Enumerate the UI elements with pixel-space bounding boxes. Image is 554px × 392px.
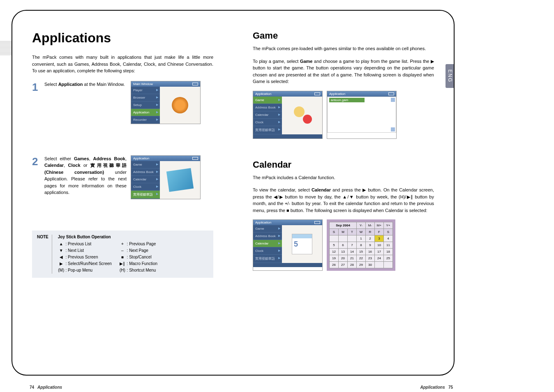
footer-right: Applications 75 bbox=[420, 385, 453, 390]
menu-item: Setup▶ bbox=[131, 101, 160, 109]
note-row: (H) : Shortcut Menu bbox=[119, 267, 157, 274]
footer-left: 74 Applications bbox=[30, 385, 62, 390]
note-column-1: ▲ : Previous List▼ : Next List◀ : Previo… bbox=[58, 241, 112, 274]
menu-item: Address Book▶ bbox=[253, 233, 282, 240]
step-2-screenshot: Application Game▶Address Book▶Calendar▶C… bbox=[131, 155, 201, 199]
note-row: (M) : Pop-up Menu bbox=[58, 267, 112, 274]
note-row: ▶∥ : Macro Function bbox=[119, 261, 157, 267]
step-number: 2 bbox=[32, 155, 40, 168]
note-row: ▶ : Select/Run/Next Screen bbox=[58, 261, 112, 267]
battery-icon bbox=[192, 157, 198, 160]
game-heading: Game bbox=[253, 30, 434, 41]
battery-icon bbox=[314, 92, 320, 95]
menu-item: Calendar▶ bbox=[253, 240, 282, 247]
note-row: + : Previous Page bbox=[119, 241, 157, 247]
note-row: ◀ : Previous Screen bbox=[58, 254, 112, 261]
right-page: Game The mPack comes pre-loaded with gam… bbox=[233, 11, 454, 375]
battery-icon bbox=[192, 83, 198, 85]
game-screenshot-row: Application Game▶Address Book▶Calendar▶C… bbox=[253, 91, 434, 139]
menu-item: Calendar▶ bbox=[253, 111, 282, 119]
calendar-grid-panel: Sep 2004Y-M-M+Y+SMTWRFS12345678910111213… bbox=[327, 219, 395, 271]
note-row: – : Next Page bbox=[119, 247, 157, 254]
battery-icon bbox=[314, 221, 320, 224]
note-row: ▲ : Previous List bbox=[58, 241, 112, 247]
step-number: 1 bbox=[32, 81, 40, 94]
main-window-mock: Main Window Player▶Browser▶Setup▶Applica… bbox=[131, 81, 201, 124]
calendar-heading: Calendar bbox=[253, 159, 434, 170]
game-file-window: Application antoon.gam bbox=[327, 91, 397, 139]
menu-item: Game▶ bbox=[253, 97, 282, 104]
left-page: Applications The mPack comes with many b… bbox=[12, 11, 233, 375]
menu-item: Clock▶ bbox=[253, 119, 282, 126]
menu-item: 實用視聽華語▶ bbox=[131, 191, 160, 199]
menu-item: 實用視聽華語▶ bbox=[253, 255, 282, 263]
application-window-mock: Application Game▶Address Book▶Calendar▶C… bbox=[131, 155, 201, 199]
calendar-app-window: Application Game▶Address Book▶Calendar▶C… bbox=[253, 219, 323, 271]
step-2: 2 Select either Games, Address Book, Cal… bbox=[32, 155, 213, 199]
menu-item: Application▶ bbox=[131, 109, 160, 116]
calendar-paragraph-1: The mPack includes a Calendar function. bbox=[253, 174, 434, 181]
scroll-down-icon bbox=[391, 127, 395, 131]
step-text: Select either Games, Address Book, Calen… bbox=[44, 155, 127, 196]
menu-item: Recorder▶ bbox=[131, 116, 160, 124]
menu-item: Game▶ bbox=[253, 225, 282, 233]
note-box: NOTE Joy Stick Button Operation ▲ : Prev… bbox=[32, 231, 213, 278]
calendar-table: Sep 2004Y-M-M+Y+SMTWRFS12345678910111213… bbox=[329, 222, 393, 268]
menu-item: Game▶ bbox=[131, 161, 160, 168]
menu-item: Clock▶ bbox=[253, 247, 282, 255]
menu-item: Browser▶ bbox=[131, 94, 160, 101]
intro-paragraph: The mPack comes with many built in appli… bbox=[32, 54, 213, 74]
note-row: ▼ : Next List bbox=[58, 247, 112, 254]
language-tab: ENG bbox=[446, 64, 455, 88]
calendar-screenshot-row: Application Game▶Address Book▶Calendar▶C… bbox=[253, 219, 434, 271]
book-icon bbox=[166, 168, 194, 192]
game-app-window: Application Game▶Address Book▶Calendar▶C… bbox=[253, 91, 323, 139]
game-art-icon bbox=[290, 103, 314, 128]
note-row: ■ : Stop/Cancel bbox=[119, 254, 157, 261]
game-file-item: antoon.gam bbox=[329, 98, 365, 102]
step-text: Select Application at the Main Window. bbox=[44, 81, 127, 88]
menu-item: Clock▶ bbox=[131, 183, 160, 191]
step-1: 1 Select Application at the Main Window.… bbox=[32, 81, 213, 124]
game-file-list: antoon.gam bbox=[327, 97, 396, 133]
menu-item: Address Book▶ bbox=[131, 168, 160, 176]
note-column-2: + : Previous Page– : Next Page■ : Stop/C… bbox=[119, 241, 157, 274]
menu-item: Calendar▶ bbox=[131, 176, 160, 183]
menu-item: 實用視聽華語▶ bbox=[253, 126, 282, 134]
battery-icon bbox=[388, 92, 394, 95]
binder-lines bbox=[0, 41, 12, 56]
calendar-icon: 5 bbox=[292, 234, 312, 254]
page-spread: Applications The mPack comes with many b… bbox=[12, 10, 455, 376]
game-paragraph-2: To play a game, select Game and choose a… bbox=[253, 58, 434, 85]
game-paragraph-1: The mPack comes pre-loaded with games si… bbox=[253, 45, 434, 52]
step-1-screenshot: Main Window Player▶Browser▶Setup▶Applica… bbox=[131, 81, 201, 124]
note-label: NOTE bbox=[37, 235, 52, 274]
menu-item: Player▶ bbox=[131, 87, 160, 94]
note-title: Joy Stick Button Operation bbox=[58, 235, 208, 239]
scroll-up-icon bbox=[391, 98, 395, 102]
gear-icon bbox=[172, 97, 188, 113]
page-title: Applications bbox=[32, 30, 213, 46]
menu-item: Address Book▶ bbox=[253, 104, 282, 111]
calendar-paragraph-2: To view the calendar, select Calendar an… bbox=[253, 187, 434, 214]
